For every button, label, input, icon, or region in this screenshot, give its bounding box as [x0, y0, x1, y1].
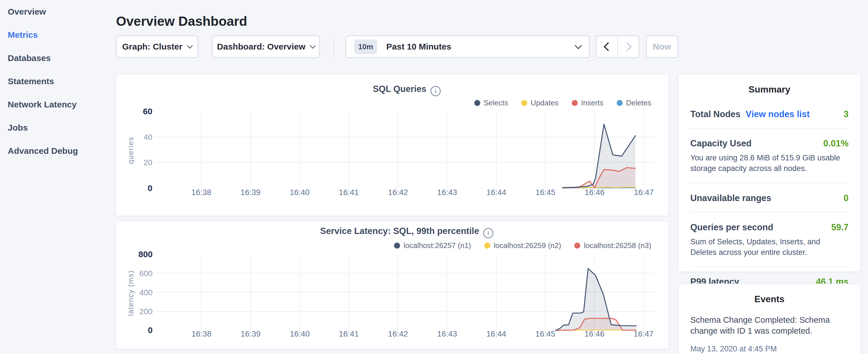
summary-label: Unavailable ranges	[690, 193, 771, 203]
svg-text:16:43: 16:43	[437, 188, 457, 197]
graph-dropdown-label: Graph: Cluster	[122, 42, 182, 52]
time-range-selector[interactable]: 10m Past 10 Minutes	[346, 35, 589, 58]
event-message: Schema Change Completed: Schema change w…	[690, 315, 848, 336]
dashboard-dropdown[interactable]: Dashboard: Overview	[212, 35, 320, 58]
summary-description: Sum of Selects, Updates, Inserts, and De…	[690, 236, 848, 258]
svg-text:16:40: 16:40	[290, 329, 309, 338]
sql-queries-chart[interactable]: 16:3816:3916:4016:4116:4216:4316:4416:45…	[116, 74, 669, 216]
divider	[690, 266, 848, 267]
summary-row-unavailable-ranges: Unavailable ranges 0	[690, 193, 848, 203]
sidebar-item-advanced-debug[interactable]: Advanced Debug	[0, 139, 112, 162]
sidebar-item-metrics[interactable]: Metrics	[0, 23, 112, 46]
now-button[interactable]: Now	[646, 35, 678, 58]
svg-text:0: 0	[148, 183, 152, 193]
svg-text:16:45: 16:45	[535, 188, 555, 197]
graph-dropdown[interactable]: Graph: Cluster	[116, 35, 198, 58]
svg-text:16:42: 16:42	[388, 188, 408, 197]
events-title: Events	[678, 294, 861, 304]
svg-text:16:41: 16:41	[339, 329, 359, 338]
svg-text:20: 20	[144, 158, 152, 167]
svg-text:800: 800	[138, 250, 153, 259]
svg-text:16:39: 16:39	[241, 188, 260, 197]
summary-description: You are using 28.6 MiB of 515.9 GiB usab…	[690, 153, 848, 174]
summary-row-total-nodes: Total Nodes View nodes list 3	[690, 109, 848, 120]
svg-text:60: 60	[143, 106, 152, 116]
summary-value: 3	[844, 109, 848, 120]
sidebar-item-jobs[interactable]: Jobs	[0, 116, 112, 139]
svg-text:40: 40	[144, 133, 152, 141]
chevron-right-icon	[623, 42, 631, 51]
chart-grid	[156, 111, 654, 188]
sidebar-item-databases[interactable]: Databases	[0, 46, 112, 70]
svg-text:16:38: 16:38	[191, 188, 211, 197]
chevron-down-icon	[187, 42, 192, 49]
svg-text:16:46: 16:46	[585, 188, 604, 197]
divider	[690, 183, 848, 183]
summary-label: Capacity Used	[690, 138, 752, 149]
chart-series	[556, 269, 636, 330]
svg-text:16:44: 16:44	[486, 329, 506, 338]
events-body: Schema Change Completed: Schema change w…	[678, 315, 861, 353]
svg-text:0: 0	[148, 325, 153, 335]
svg-text:16:44: 16:44	[486, 188, 506, 197]
svg-text:16:41: 16:41	[339, 188, 359, 197]
chevron-down-icon	[575, 42, 582, 49]
svg-text:16:46: 16:46	[585, 329, 604, 338]
chart-axis-labels: 16:3816:3916:4016:4116:4216:4316:4416:45…	[143, 106, 654, 197]
summary-value: 0.01%	[823, 138, 848, 149]
events-panel: Events Schema Change Completed: Schema c…	[678, 284, 861, 354]
chart-series	[562, 124, 635, 188]
time-range-label: Past 10 Minutes	[386, 42, 576, 52]
summary-body: Total Nodes View nodes list 3 Capacity U…	[678, 109, 861, 287]
svg-text:200: 200	[139, 307, 152, 316]
view-nodes-list-link[interactable]: View nodes list	[746, 109, 810, 120]
svg-text:16:47: 16:47	[634, 188, 654, 197]
sql-queries-card: SQL Queriesi Selects Updates Inserts Del…	[116, 74, 669, 216]
time-prev-button[interactable]	[596, 36, 618, 57]
chevron-down-icon	[310, 42, 316, 49]
svg-text:16:38: 16:38	[191, 329, 211, 338]
toolbar-divider	[334, 37, 334, 57]
summary-row-capacity: Capacity Used 0.01%	[690, 138, 848, 149]
summary-label: Total Nodes	[690, 109, 741, 120]
time-range-badge: 10m	[354, 39, 377, 54]
svg-text:16:45: 16:45	[535, 329, 555, 338]
page-title: Overview Dashboard	[116, 13, 247, 29]
summary-title: Summary	[678, 84, 861, 95]
summary-row-qps: Queries per second 59.7	[690, 222, 848, 232]
svg-text:16:39: 16:39	[241, 329, 260, 338]
service-latency-chart[interactable]: 16:3816:3916:4016:4116:4216:4316:4416:45…	[116, 221, 669, 349]
divider	[690, 212, 848, 213]
svg-text:16:43: 16:43	[437, 329, 457, 338]
sidebar-item-overview[interactable]: Overview	[0, 0, 112, 23]
dashboard-dropdown-label: Dashboard: Overview	[217, 42, 305, 52]
time-next-button[interactable]	[618, 36, 639, 57]
summary-panel: Summary Total Nodes View nodes list 3 Ca…	[678, 74, 861, 272]
svg-text:400: 400	[139, 288, 152, 297]
sidebar-item-statements[interactable]: Statements	[0, 70, 112, 93]
svg-text:16:42: 16:42	[388, 329, 408, 338]
summary-value: 0	[844, 193, 848, 203]
sidebar-item-network-latency[interactable]: Network Latency	[0, 93, 112, 116]
time-nav-buttons	[596, 35, 639, 58]
svg-text:600: 600	[139, 269, 152, 278]
svg-text:16:40: 16:40	[290, 188, 309, 197]
summary-label: Queries per second	[690, 222, 773, 232]
summary-value: 59.7	[831, 222, 848, 232]
chevron-left-icon	[603, 42, 612, 51]
sidebar: Overview Metrics Databases Statements Ne…	[0, 0, 112, 162]
event-timestamp: May 13, 2020 at 4:45 PM	[690, 345, 848, 353]
divider	[690, 128, 848, 129]
service-latency-card: Service Latency: SQL, 99th percentilei l…	[116, 221, 669, 349]
svg-text:16:47: 16:47	[633, 329, 653, 338]
